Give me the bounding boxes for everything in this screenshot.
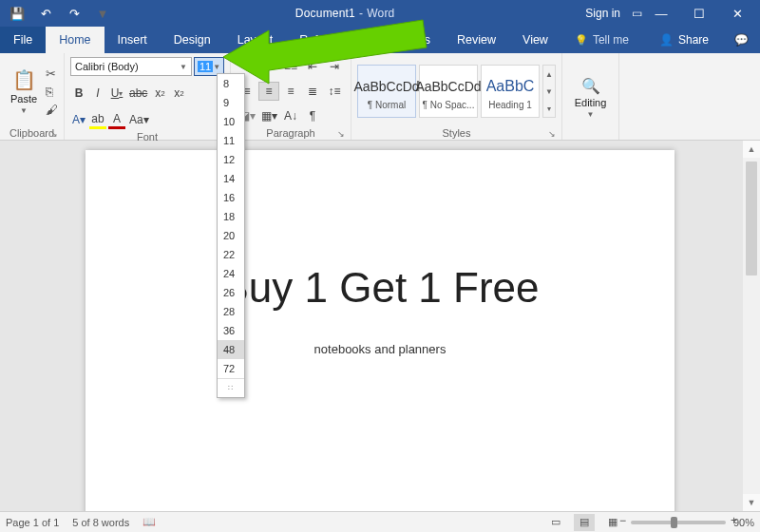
status-proofing-icon[interactable]: 📖 [142,516,156,528]
zoom-knob[interactable] [671,517,677,528]
vertical-scrollbar[interactable]: ▲ ▼ [743,141,760,511]
styles-expand-icon: ▾ [543,100,555,117]
font-size-option[interactable]: 11 [218,131,244,150]
numbering-button[interactable]: 1≡ [258,57,279,76]
font-size-option[interactable]: 12 [218,150,244,169]
tab-references[interactable]: References [286,27,373,53]
font-size-option[interactable]: 18 [218,207,244,226]
format-painter-icon[interactable]: 🖌 [46,103,58,117]
align-right-button[interactable]: ≡ [280,82,301,101]
style-nospacing[interactable]: AaBbCcDd ¶ No Spac... [419,65,478,118]
justify-button[interactable]: ≣ [302,82,323,101]
change-case-button[interactable]: Aa▾ [127,110,151,129]
scroll-thumb[interactable] [746,162,757,276]
text-effects-button[interactable]: A▾ [70,110,87,129]
font-size-option[interactable]: 72 [218,359,244,378]
tab-design[interactable]: Design [161,27,224,53]
maximize-icon[interactable]: ☐ [680,0,718,27]
subscript-button[interactable]: x2 [151,84,168,103]
sort-button[interactable]: A↓ [280,106,301,125]
font-size-option[interactable]: 28 [218,302,244,321]
view-read-button[interactable]: ▭ [545,514,566,531]
tab-mailings[interactable]: Mailings [373,27,444,53]
zoom-out-icon[interactable]: − [619,514,626,527]
group-paragraph: •≡ 1≡ ≡≡ ⇤ ⇥ ≡ ≡ ≡ ≣ ↕≡ ◪▾ ▦▾ A↓ ¶ Parag… [231,53,352,140]
copy-icon[interactable]: ⎘ [46,85,58,99]
font-size-option[interactable]: 36 [218,321,244,340]
increase-indent-button[interactable]: ⇥ [324,57,345,76]
signin-button[interactable]: Sign in [574,0,632,27]
status-words[interactable]: 5 of 8 words [72,517,129,528]
bold-button[interactable]: B [70,84,87,103]
font-size-option[interactable]: 24 [218,264,244,283]
font-size-option[interactable]: 16 [218,188,244,207]
share-button[interactable]: 👤 Share [646,27,722,53]
styles-launcher-icon[interactable]: ↘ [548,129,556,139]
undo-icon[interactable]: ↶ [32,0,59,27]
editing-label: Editing [575,97,607,108]
tab-view[interactable]: View [509,27,561,53]
document-name: Document1 [295,7,355,20]
document-heading[interactable]: Buy 1 Get 1 Free [86,264,674,312]
font-size-option[interactable]: 8 [218,74,244,93]
ribbon-display-icon[interactable]: ▭ [632,7,642,20]
font-name-select[interactable]: Calibri (Body) ▼ [70,57,192,76]
decrease-indent-button[interactable]: ⇤ [302,57,323,76]
close-icon[interactable]: ✕ [718,0,756,27]
style-heading1[interactable]: AaBbC Heading 1 [481,65,540,118]
multilevel-button[interactable]: ≡≡ [280,57,301,76]
qat-customize-icon[interactable]: ▼ [89,0,116,27]
chevron-down-icon[interactable]: ▼ [587,110,595,119]
underline-button[interactable]: U▾ [108,84,125,103]
zoom-in-icon[interactable]: + [731,514,737,527]
zoom-slider[interactable]: − + [631,521,726,524]
scroll-down-icon[interactable]: ▼ [743,494,760,511]
align-center-button[interactable]: ≡ [258,82,279,101]
tab-layout[interactable]: Layout [224,27,287,53]
style-normal[interactable]: AaBbCcDd ¶ Normal [357,65,416,118]
clipboard-launcher-icon[interactable]: ↘ [50,129,58,139]
font-size-option[interactable]: 14 [218,169,244,188]
strikethrough-button[interactable]: abc [127,84,149,103]
paragraph-launcher-icon[interactable]: ↘ [337,129,345,139]
tab-review[interactable]: Review [444,27,509,53]
italic-button[interactable]: I [89,84,106,103]
cut-icon[interactable]: ✂ [46,66,58,81]
window-title: Document1 - Word [116,7,574,20]
minimize-icon[interactable]: — [642,0,680,27]
font-size-option[interactable]: 10 [218,112,244,131]
tab-file[interactable]: File [0,27,46,53]
group-label-paragraph: Paragraph ↘ [237,126,345,139]
chevron-down-icon: ▼ [20,106,28,115]
scroll-track[interactable] [743,158,760,494]
styles-more-button[interactable]: ▲ ▼ ▾ [542,65,556,118]
paste-button[interactable]: 📋 Paste ▼ [6,56,42,126]
document-subtext[interactable]: notebooks and planners [86,342,674,356]
font-size-dropdown[interactable]: 891011121416182022242628364872∷ [217,73,245,398]
title-separator: - [359,7,363,20]
save-icon[interactable]: 💾 [4,0,30,27]
status-page[interactable]: Page 1 of 1 [6,517,59,528]
scroll-up-icon[interactable]: ▲ [743,141,760,158]
font-size-option[interactable]: 26 [218,283,244,302]
view-print-button[interactable]: ▤ [574,514,595,531]
font-size-option[interactable]: 48 [218,340,244,359]
font-size-option[interactable]: 22 [218,245,244,264]
chevron-down-icon: ▼ [180,63,187,71]
comments-button[interactable]: 💬 [722,27,760,53]
redo-icon[interactable]: ↷ [61,0,87,27]
tab-insert[interactable]: Insert [104,27,161,53]
tab-home[interactable]: Home [46,27,104,53]
page-canvas[interactable]: Buy 1 Get 1 Free notebooks and planners [86,150,674,511]
font-color-button[interactable]: A [108,110,125,129]
borders-button[interactable]: ▦▾ [258,106,279,125]
chevron-up-icon: ▲ [543,66,555,83]
font-size-option[interactable]: 20 [218,226,244,245]
highlight-button[interactable]: ab [89,110,106,129]
tell-me-input[interactable]: Tell me [561,27,642,53]
show-marks-button[interactable]: ¶ [302,106,323,125]
superscript-button[interactable]: x2 [170,84,187,103]
line-spacing-button[interactable]: ↕≡ [324,82,345,101]
font-size-option[interactable]: 9 [218,93,244,112]
find-icon[interactable]: 🔍 [581,77,600,95]
